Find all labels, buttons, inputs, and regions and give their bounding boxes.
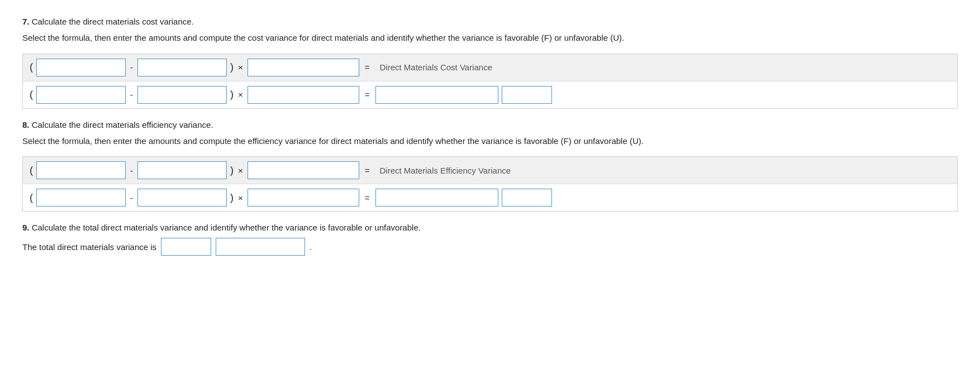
question-7: 7. Calculate the direct materials cost v… xyxy=(22,17,958,109)
q7-result-input[interactable] xyxy=(375,86,498,104)
q8-input-c1[interactable] xyxy=(248,161,359,179)
q9-title-text: Calculate the total direct materials var… xyxy=(32,223,421,232)
q9-title: 9. Calculate the total direct materials … xyxy=(22,223,958,232)
q8-number: 8. xyxy=(22,120,30,129)
q8-input-a2[interactable] xyxy=(36,189,126,207)
q8-formula-row-1: ( - ) × = Direct Materials Efficiency Va… xyxy=(23,157,957,184)
q7-input-b1[interactable] xyxy=(137,59,227,76)
q8-title: 8. Calculate the direct materials effici… xyxy=(22,120,958,129)
q7-formula-row-1: ( - ) × = Direct Materials Cost Variance xyxy=(23,54,957,81)
q8-times-1: × xyxy=(237,166,244,175)
q8-close-paren-1: ) xyxy=(230,165,234,176)
q7-variance-label: Direct Materials Cost Variance xyxy=(375,63,492,72)
q9-description-suffix: . xyxy=(310,242,312,252)
q7-input-b2[interactable] xyxy=(137,86,227,104)
q8-equals-2: = xyxy=(363,193,372,203)
q9-description-prefix: The total direct materials variance is xyxy=(22,242,156,252)
q8-input-b2[interactable] xyxy=(137,189,227,207)
q8-formula-container: ( - ) × = Direct Materials Efficiency Va… xyxy=(22,156,958,212)
q7-input-a1[interactable] xyxy=(36,59,126,76)
q8-input-c2[interactable] xyxy=(248,189,359,207)
q8-result-input[interactable] xyxy=(375,189,498,207)
q7-formula-container: ( - ) × = Direct Materials Cost Variance… xyxy=(22,54,958,109)
q7-input-c1[interactable] xyxy=(248,59,359,76)
q8-title-text: Calculate the direct materials efficienc… xyxy=(32,120,213,129)
q8-minus-1: - xyxy=(129,166,134,175)
q7-minus-2: - xyxy=(129,90,134,99)
q7-times-1: × xyxy=(237,63,244,72)
question-9: 9. Calculate the total direct materials … xyxy=(22,223,958,256)
q7-open-paren-1: ( xyxy=(30,61,33,73)
q7-fav-input[interactable] xyxy=(502,86,552,104)
question-8: 8. Calculate the direct materials effici… xyxy=(22,120,958,212)
q8-description: Select the formula, then enter the amoun… xyxy=(22,135,958,148)
q7-equals-2: = xyxy=(363,90,372,99)
q8-formula-row-2: ( - ) × = xyxy=(23,184,957,211)
q9-fav-input[interactable] xyxy=(216,238,305,256)
q7-description: Select the formula, then enter the amoun… xyxy=(22,32,958,45)
q8-input-a1[interactable] xyxy=(36,161,126,179)
q7-input-a2[interactable] xyxy=(36,86,126,104)
q8-times-2: × xyxy=(237,193,244,203)
q7-minus-1: - xyxy=(129,63,134,72)
q7-times-2: × xyxy=(237,90,244,99)
q7-formula-row-2: ( - ) × = xyxy=(23,81,957,108)
q7-close-paren-1: ) xyxy=(230,61,234,73)
q9-answer-row: The total direct materials variance is . xyxy=(22,238,958,256)
q7-close-paren-2: ) xyxy=(230,89,234,100)
q8-equals-1: = xyxy=(363,166,372,175)
q7-open-paren-2: ( xyxy=(30,89,33,100)
q8-open-paren-1: ( xyxy=(30,165,33,176)
q7-title: 7. Calculate the direct materials cost v… xyxy=(22,17,958,26)
q9-number: 9. xyxy=(22,223,30,232)
q7-equals-1: = xyxy=(363,63,372,72)
q7-title-text: Calculate the direct materials cost vari… xyxy=(32,17,194,26)
q7-number: 7. xyxy=(22,17,30,26)
q8-input-b1[interactable] xyxy=(137,161,227,179)
q8-minus-2: - xyxy=(129,193,134,203)
q8-variance-label: Direct Materials Efficiency Variance xyxy=(375,166,511,175)
q9-amount-input[interactable] xyxy=(161,238,211,256)
q8-close-paren-2: ) xyxy=(230,192,234,204)
q7-input-c2[interactable] xyxy=(248,86,359,104)
q8-open-paren-2: ( xyxy=(30,192,33,204)
q8-fav-input[interactable] xyxy=(502,189,552,207)
